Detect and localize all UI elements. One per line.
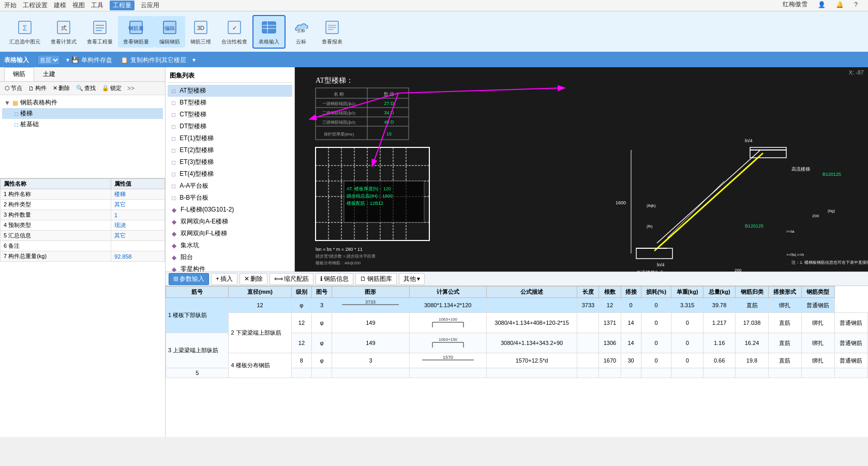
cell-desc[interactable] [577, 313, 599, 333]
copy-label[interactable]: 复制构件到其它楼层 [130, 56, 186, 65]
cell-category[interactable]: 直筋 [769, 333, 802, 353]
tab-rebar[interactable]: 钢筋 [4, 67, 34, 81]
bell-icon[interactable]: 🔔 [836, 1, 844, 8]
cell-total-weight[interactable]: 39.78 [704, 298, 736, 313]
cell-formula[interactable]: 3080/4+1.134+343.2+90 [486, 333, 577, 353]
cell-diameter[interactable]: 12 [229, 298, 291, 313]
cell-lap[interactable]: 0 [641, 333, 671, 353]
toolbar-table-input[interactable]: 表格输入 [252, 15, 286, 49]
toolbar-gcl[interactable]: 查看工程量 [82, 16, 118, 48]
toolbar-calcs[interactable]: 式 查看计算式 [46, 16, 82, 48]
cell-count[interactable]: 14 [621, 313, 641, 333]
figure-item[interactable]: ◆F-L楼梯(03G101-2) [168, 204, 292, 216]
param-input-btn[interactable]: ⊞ 参数输入 [169, 273, 209, 285]
cell-formula[interactable]: 3080/4+1.134+408+120-2*15 [486, 313, 577, 333]
menu-item-settings[interactable]: 工程设置 [23, 1, 48, 10]
cell-grade[interactable]: φ [312, 313, 332, 333]
cell-lap[interactable]: 0 [621, 298, 641, 313]
cell-lap-type[interactable]: 绑扎 [769, 298, 802, 313]
cell-shape[interactable]: 3733 [332, 298, 409, 313]
figure-item[interactable]: □A-A平台板 [168, 180, 292, 192]
cell-rebar-type[interactable]: 普通钢筋 [834, 313, 867, 333]
toolbar-huizong[interactable]: Σ 汇总选中图元 [4, 16, 46, 48]
cell-count[interactable]: 12 [599, 298, 621, 313]
cell-loss[interactable]: 0 [641, 298, 671, 313]
cell-grade[interactable]: φ [291, 298, 311, 313]
help-icon[interactable]: ? [854, 1, 858, 8]
cell-id[interactable]: 1 楼板下部纵筋 [166, 298, 229, 333]
other-btn[interactable]: 其他 ▾ [399, 273, 425, 285]
cell-diameter[interactable]: 12 [291, 313, 311, 333]
figure-item[interactable]: ◆双网双向A-E楼梯 [168, 216, 292, 228]
cell-lap-type[interactable]: 绑扎 [801, 313, 834, 333]
tab-civil[interactable]: 土建 [34, 67, 64, 81]
toolbar-check[interactable]: ✓ 合法性检查 [216, 16, 252, 48]
figure-item[interactable]: □ET(2)型楼梯 [168, 144, 292, 156]
cell-length[interactable]: 1371 [599, 313, 621, 333]
cell-total-weight[interactable]: 19.8 [736, 353, 769, 368]
figure-item[interactable]: □B-B平台板 [168, 192, 292, 204]
cell-shape[interactable]: 1063+150 [409, 333, 486, 353]
cell-loss[interactable]: 0 [671, 333, 704, 353]
cell-lap[interactable]: 0 [641, 313, 671, 333]
figure-item[interactable]: □ET(1)型楼梯 [168, 132, 292, 144]
cell-lap-type[interactable]: 绑扎 [801, 353, 834, 368]
menu-item-build[interactable]: 建模 [54, 1, 66, 10]
menu-item-cloud[interactable]: 云应用 [141, 1, 159, 10]
cell-desc[interactable] [577, 333, 599, 353]
cell-figno[interactable]: 3 [312, 298, 332, 313]
tree-root[interactable]: ▼ ▦ 钢筋表格构件 [2, 97, 163, 108]
cell-length[interactable]: 1670 [599, 353, 621, 368]
cell-shape[interactable]: 1063+100 [409, 313, 486, 333]
cell-total-weight[interactable]: 17.038 [736, 313, 769, 333]
cell-shape[interactable]: 1570 [409, 353, 486, 368]
cell-desc[interactable] [486, 298, 577, 313]
figure-item[interactable]: □AT型楼梯 [168, 85, 292, 97]
toolbar-rebar-view[interactable]: 钢筋量 查看钢筋量 [118, 16, 154, 48]
figure-item[interactable]: □BT型楼梯 [168, 97, 292, 109]
cell-unit-weight[interactable]: 1.16 [704, 333, 736, 353]
store-label[interactable]: 单构件存盘 [81, 56, 112, 65]
cell-diameter[interactable]: 8 [291, 353, 311, 368]
floor-select[interactable]: 首层 [37, 55, 60, 65]
cell-category[interactable]: 直筋 [769, 313, 802, 333]
delete-btn[interactable]: ✕ 删除 [50, 84, 72, 93]
cell-total-weight[interactable]: 16.24 [736, 333, 769, 353]
more-btn[interactable]: >> [127, 85, 134, 92]
toolbar-edit-rebar[interactable]: 编辑 编辑钢筋 [154, 16, 185, 48]
cell-figno[interactable]: 149 [332, 313, 409, 333]
tree-item-loutai[interactable]: □ 楼梯 [2, 108, 163, 119]
cell-rebar-type[interactable]: 普通钢筋 [801, 298, 834, 313]
cell-lap-type[interactable]: 绑扎 [801, 333, 834, 353]
figure-item[interactable]: ◆零星构件 [168, 263, 292, 272]
cell-grade[interactable]: φ [312, 353, 332, 368]
menu-item-tools[interactable]: 工具 [91, 1, 103, 10]
cell-count[interactable]: 30 [621, 353, 641, 368]
delete2-btn[interactable]: ✕ 删除 [240, 273, 267, 285]
toolbar-cloud[interactable]: 云标 云标 [286, 16, 317, 48]
figure-item[interactable]: □ET(4)型楼梯 [168, 168, 292, 180]
cell-formula[interactable]: 3080*1.134+2*120 [409, 298, 486, 313]
cell-length[interactable]: 3733 [577, 298, 599, 313]
menu-item-quantity[interactable]: 工程量 [110, 1, 134, 10]
figure-item[interactable]: □ET(3)型楼梯 [168, 156, 292, 168]
cell-category[interactable]: 直筋 [769, 353, 802, 368]
insert-btn[interactable]: + 插入 [211, 273, 237, 285]
toolbar-3d[interactable]: 3D 钢筋三维 [185, 16, 216, 48]
cell-desc[interactable] [577, 353, 599, 368]
cell-count[interactable]: 14 [621, 333, 641, 353]
cell-id[interactable]: 3 上梁梁端上部纵筋 [166, 333, 229, 368]
cell-rebar-type[interactable]: 普通钢筋 [834, 353, 867, 368]
figure-item[interactable]: □DT型楼梯 [168, 121, 292, 132]
cell-grade[interactable]: φ [312, 333, 332, 353]
tree-item-zhujichu[interactable]: □ 桩基础 [2, 119, 163, 130]
menu-item-start[interactable]: 开始 [4, 1, 17, 10]
cell-rebar-type[interactable]: 普通钢筋 [834, 333, 867, 353]
cell-diameter[interactable]: 12 [291, 333, 311, 353]
cell-loss[interactable]: 0 [671, 353, 704, 368]
scale-btn[interactable]: ⟺ 缩尺配筋 [270, 273, 313, 285]
cell-length[interactable]: 1306 [599, 333, 621, 353]
cell-figno[interactable]: 3 [332, 353, 409, 368]
figure-item[interactable]: ◆双网双向F-L楼梯 [168, 228, 292, 239]
cell-id[interactable]: 2 下梁梁端上部纵筋 [229, 313, 291, 353]
